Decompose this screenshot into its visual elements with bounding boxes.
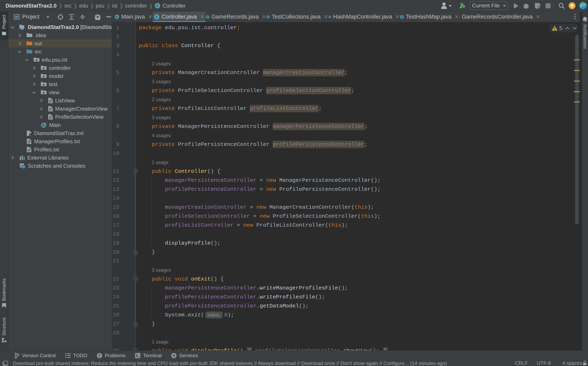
svg-text:C: C [267,16,269,18]
svg-text:C: C [329,16,330,18]
svg-text:C: C [155,15,158,19]
svg-text:C: C [42,124,45,127]
svg-text:C: C [401,15,403,18]
svg-text:C: C [207,15,208,18]
svg-text:C: C [156,4,159,8]
svg-text:C: C [116,15,118,19]
